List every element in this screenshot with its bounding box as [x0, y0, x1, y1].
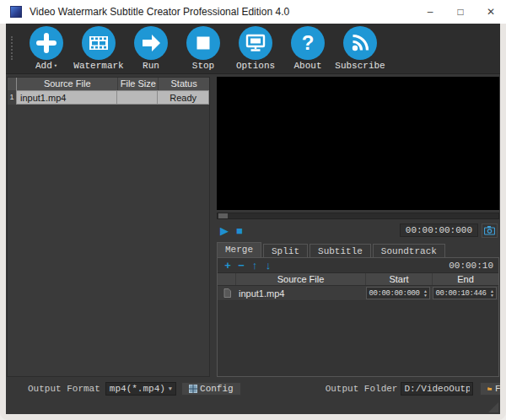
watermark-button[interactable]: Watermark: [73, 26, 125, 71]
spin-down-icon[interactable]: ▼: [422, 293, 429, 298]
film-icon: [88, 32, 110, 54]
merge-move-up-button[interactable]: ↑: [248, 260, 261, 271]
maximize-button[interactable]: □: [445, 0, 476, 24]
resize-grip[interactable]: [488, 402, 498, 412]
spin-down-icon[interactable]: ▼: [488, 293, 496, 298]
column-source-file[interactable]: Source File: [236, 273, 366, 285]
merge-panel: + − ↑ ↓ 00:00:10 Source File Start End: [217, 257, 499, 377]
tab-merge[interactable]: Merge: [217, 242, 261, 258]
video-preview: [217, 77, 499, 210]
merge-move-down-button[interactable]: ↓: [261, 260, 275, 271]
cell-source-file[interactable]: input1.mp4: [236, 288, 366, 299]
start-time-spinner[interactable]: 00:00:00:000 ▲ ▼: [366, 287, 430, 299]
row-number: 1: [8, 90, 16, 105]
merge-table-header: Source File Start End: [218, 273, 498, 286]
question-icon: ?: [302, 33, 315, 53]
output-format-select[interactable]: mp4(*.mp4) ▼: [105, 382, 176, 396]
output-folder-input[interactable]: [401, 382, 473, 396]
folder-icon: [487, 385, 492, 393]
options-button[interactable]: Options: [229, 26, 282, 71]
column-source-file[interactable]: Source File: [16, 78, 118, 90]
end-time-value[interactable]: 00:00:10:446: [433, 289, 488, 298]
edit-tabs: Merge Split Subtitle Soundtrack: [217, 242, 499, 258]
player-stop-button[interactable]: ■: [232, 223, 247, 238]
add-button[interactable]: Add▾: [20, 26, 73, 71]
end-time-spinner[interactable]: 00:00:10:446 ▲ ▼: [433, 287, 497, 299]
preview-panel: ▶ ■ 00:00:00:000 Merge Split Subtitle So…: [217, 77, 499, 377]
column-status[interactable]: Status: [158, 78, 209, 90]
stop-icon: [192, 32, 214, 54]
folder-button[interactable]: Folder: [480, 382, 500, 396]
table-row[interactable]: 1 input1.mp4 Ready: [8, 90, 209, 105]
main-area: Source File File Size Status 1 input1.mp…: [6, 75, 500, 377]
camera-icon: [484, 226, 495, 235]
chevron-down-icon: ▼: [169, 385, 172, 392]
tab-split[interactable]: Split: [263, 244, 308, 258]
seek-bar[interactable]: [217, 213, 499, 219]
app-frame: Add▾ Watermark Run: [0, 24, 506, 420]
plus-icon: [36, 33, 57, 53]
toolbar-grip[interactable]: [11, 36, 15, 60]
cell-source-file[interactable]: input1.mp4: [16, 90, 117, 105]
main-toolbar: Add▾ Watermark Run: [6, 24, 500, 74]
app-content: Add▾ Watermark Run: [6, 24, 500, 414]
cell-status[interactable]: Ready: [158, 90, 209, 105]
column-start[interactable]: Start: [366, 273, 433, 285]
minimize-button[interactable]: –: [415, 0, 445, 24]
stop-button[interactable]: Stop: [177, 26, 229, 71]
play-button[interactable]: ▶: [217, 223, 232, 238]
app-icon: [10, 6, 22, 18]
merge-add-button[interactable]: +: [221, 260, 234, 271]
chevron-down-icon: ▾: [54, 62, 57, 69]
file-icon: [223, 288, 231, 298]
output-folder-label: Output Folder: [326, 384, 398, 394]
window-title: Video Watermark Subtitle Creator Profess…: [30, 6, 289, 18]
subscribe-button[interactable]: Subscribe: [334, 26, 386, 71]
monitor-icon: [245, 32, 266, 54]
settings-icon: [189, 385, 197, 393]
tab-subtitle[interactable]: Subtitle: [310, 244, 371, 258]
player-time-display: 00:00:00:000: [400, 223, 478, 237]
source-file-table: Source File File Size Status 1 input1.mp…: [7, 77, 210, 377]
bottom-bar: Output Format mp4(*.mp4) ▼ Config Output…: [6, 380, 500, 397]
about-button[interactable]: ? About: [282, 26, 334, 71]
merge-table-row[interactable]: input1.mp4 00:00:00:000 ▲ ▼ 00:00:10:4: [218, 286, 498, 301]
run-button[interactable]: Run: [125, 26, 177, 71]
tab-soundtrack[interactable]: Soundtrack: [373, 244, 445, 258]
title-bar: Video Watermark Subtitle Creator Profess…: [0, 0, 506, 24]
seek-handle[interactable]: [218, 213, 228, 218]
cell-file-size[interactable]: [117, 90, 158, 105]
output-format-label: Output Format: [28, 384, 100, 394]
start-time-value[interactable]: 00:00:00:000: [367, 289, 422, 298]
column-end[interactable]: End: [433, 273, 498, 285]
config-button[interactable]: Config: [181, 382, 241, 396]
arrow-right-icon: [140, 32, 162, 54]
total-duration: 00:00:10: [449, 261, 495, 271]
source-file-table-header: Source File File Size Status: [8, 78, 209, 90]
close-button[interactable]: ✕: [476, 0, 506, 24]
snapshot-button[interactable]: [482, 223, 498, 238]
player-controls: ▶ ■ 00:00:00:000: [217, 222, 499, 239]
column-file-size[interactable]: File Size: [117, 78, 158, 90]
merge-toolbar: + − ↑ ↓ 00:00:10: [218, 258, 498, 273]
merge-remove-button[interactable]: −: [234, 260, 248, 271]
rss-icon: [349, 32, 371, 54]
